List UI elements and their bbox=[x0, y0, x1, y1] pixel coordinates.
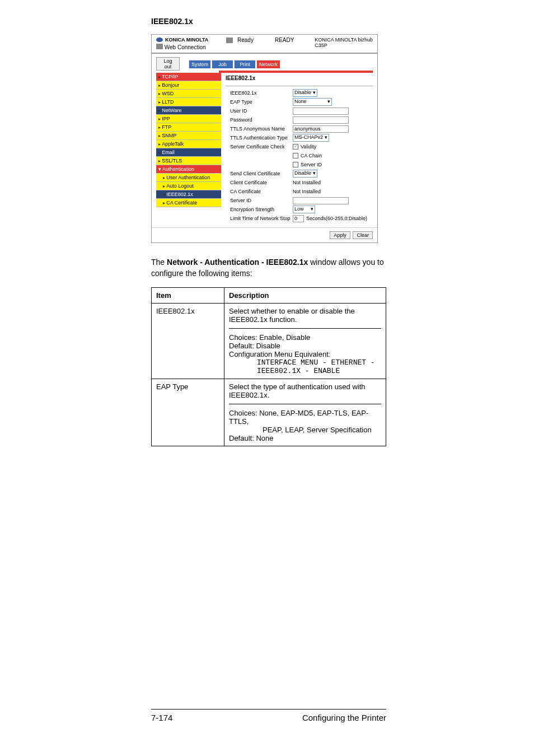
row1-desc: Select whether to enable or disable the … bbox=[224, 304, 386, 379]
main-panel-title: IEEE802.1x bbox=[226, 73, 373, 86]
sidebar-item-bonjour[interactable]: Bonjour bbox=[156, 81, 221, 90]
sidebar-nav: TCP/IP Bonjour WSD LLTD NetWare IPP FTP … bbox=[156, 73, 221, 223]
client-cert-value: Not Installed bbox=[293, 180, 321, 185]
password-input[interactable] bbox=[293, 116, 349, 124]
ieee-label: IEEE802.1x bbox=[226, 90, 293, 96]
sidebar-item-wsd[interactable]: WSD bbox=[156, 90, 221, 98]
sidebar-item-appletalk[interactable]: AppleTalk bbox=[156, 140, 221, 148]
web-connection-label: Web Connection bbox=[165, 44, 206, 50]
brand-logo-icon bbox=[156, 38, 163, 42]
server-id-label: Server ID bbox=[226, 198, 293, 203]
admin-screenshot: KONICA MINOLTA Web Connection Ready READ… bbox=[151, 34, 378, 243]
ieee-select[interactable]: Disable ▾ bbox=[293, 89, 317, 97]
tab-system[interactable]: System bbox=[189, 60, 210, 68]
table-row: EAP Type Select the type of authenticati… bbox=[152, 379, 386, 446]
server-id-input[interactable] bbox=[293, 197, 349, 204]
sidebar-item-ssltls[interactable]: SSL/TLS bbox=[156, 157, 221, 165]
ttls-anon-label: TTLS Anonymous Name bbox=[226, 126, 293, 132]
logout-button[interactable]: Log out bbox=[156, 57, 180, 71]
status-label: Ready bbox=[237, 37, 254, 43]
encryption-strength-label: Encryption Strength bbox=[226, 207, 293, 212]
sidebar-item-authentication[interactable]: ▾ Authentication bbox=[156, 165, 221, 174]
sidebar-item-snmp[interactable]: SNMP bbox=[156, 132, 221, 140]
limit-time-input[interactable] bbox=[293, 215, 304, 222]
page-footer: 7-174 Configuring the Printer bbox=[151, 709, 386, 722]
server-id-checkbox[interactable] bbox=[293, 162, 298, 167]
tab-job[interactable]: Job bbox=[212, 60, 233, 68]
tab-print[interactable]: Print bbox=[234, 60, 255, 68]
sidebar-item-ftp[interactable]: FTP bbox=[156, 123, 221, 132]
password-label: Password bbox=[226, 117, 293, 123]
sidebar-item-netware[interactable]: NetWare bbox=[156, 106, 221, 115]
validity-checkbox[interactable]: ✓ bbox=[293, 144, 298, 150]
model-name-1: KONICA MINOLTA bizhub bbox=[315, 37, 373, 43]
th-description: Description bbox=[224, 288, 386, 304]
description-table: Item Description IEEE802.1x Select wheth… bbox=[151, 287, 386, 446]
table-row: IEEE802.1x Select whether to enable or d… bbox=[152, 304, 386, 379]
clear-button[interactable]: Clear bbox=[353, 231, 373, 239]
ca-chain-checkbox[interactable] bbox=[293, 153, 298, 158]
server-id-cb-label: Server ID bbox=[301, 162, 322, 167]
status-value: READY bbox=[275, 37, 294, 43]
row2-item: EAP Type bbox=[152, 379, 224, 446]
row1-item: IEEE802.1x bbox=[152, 304, 224, 379]
ttls-auth-type-label: TTLS Authentication Type bbox=[226, 135, 293, 141]
section-heading: IEEE802.1x bbox=[151, 17, 386, 26]
page-scope-icon bbox=[156, 44, 163, 49]
server-cert-check-label: Server Certificate Check bbox=[226, 144, 293, 150]
model-name-2: C35P bbox=[315, 43, 373, 48]
printer-status-icon bbox=[226, 38, 233, 43]
ca-cert-label: CA Certificate bbox=[226, 189, 293, 194]
encryption-strength-select[interactable]: Low ▾ bbox=[293, 206, 315, 213]
eap-type-select[interactable]: None ▾ bbox=[293, 98, 332, 106]
ttls-auth-type-select[interactable]: MS-CHAPv2 ▾ bbox=[293, 134, 329, 142]
sidebar-item-ieee8021x[interactable]: IEEE802.1x bbox=[156, 190, 221, 199]
limit-time-hint: Seconds(60-255,0:Disable) bbox=[306, 216, 367, 221]
th-item: Item bbox=[152, 288, 224, 304]
sidebar-item-email[interactable]: Email bbox=[156, 148, 221, 157]
sidebar-item-auto-logout[interactable]: Auto Logout bbox=[156, 182, 221, 190]
row2-desc: Select the type of authentication used w… bbox=[224, 379, 386, 446]
sidebar-item-ipp[interactable]: IPP bbox=[156, 115, 221, 123]
apply-button[interactable]: Apply bbox=[330, 231, 350, 239]
tab-network[interactable]: Network bbox=[256, 60, 280, 68]
sidebar-item-lltd[interactable]: LLTD bbox=[156, 98, 221, 106]
limit-time-label: Limit Time of Network Stop bbox=[226, 216, 293, 221]
footer-title: Configuring the Printer bbox=[302, 713, 386, 722]
validity-label: Validity bbox=[301, 144, 316, 150]
send-client-cert-select[interactable]: Disable ▾ bbox=[293, 170, 317, 178]
sidebar-item-ca-certificate[interactable]: CA Certificate bbox=[156, 199, 221, 207]
intro-paragraph: The Network - Authentication - IEEE802.1… bbox=[151, 257, 386, 279]
userid-label: User ID bbox=[226, 108, 293, 114]
client-cert-label: Client Certificate bbox=[226, 180, 293, 185]
eap-type-label: EAP Type bbox=[226, 99, 293, 105]
userid-input[interactable] bbox=[293, 108, 349, 115]
ca-cert-value: Not Installed bbox=[293, 189, 321, 194]
sidebar-item-user-auth[interactable]: User Authentication bbox=[156, 174, 221, 182]
ttls-anon-input[interactable] bbox=[293, 125, 349, 133]
ca-chain-label: CA Chain bbox=[301, 153, 322, 158]
page-number: 7-174 bbox=[151, 713, 172, 722]
brand-name: KONICA MINOLTA bbox=[165, 37, 208, 43]
sidebar-item-tcpip[interactable]: TCP/IP bbox=[156, 73, 221, 81]
send-client-cert-label: Send Client Certificate bbox=[226, 171, 293, 176]
